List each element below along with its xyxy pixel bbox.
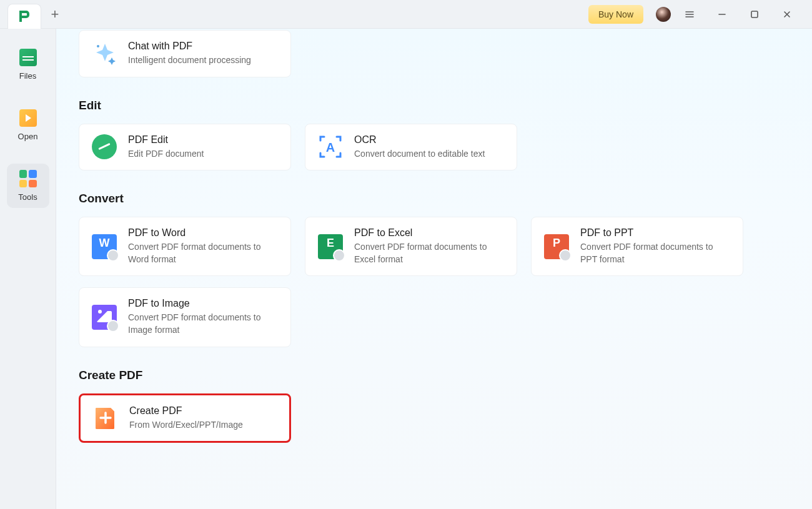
card-title: PDF to PPT	[580, 227, 730, 239]
card-title: PDF to Excel	[354, 227, 504, 239]
card-subtitle: From Word/Execl/PPT/Image	[129, 419, 243, 432]
tools-icon	[19, 170, 37, 187]
card-subtitle: Intelligent document processing	[128, 54, 251, 67]
card-subtitle: Convert PDF format documents to Image fo…	[128, 312, 278, 336]
sidebar-item-label: Files	[19, 71, 36, 81]
edit-icon	[92, 134, 117, 159]
card-title: PDF Edit	[128, 134, 204, 146]
card-title: OCR	[354, 134, 485, 146]
card-pdf-to-ppt[interactable]: PDF to PPT Convert PDF format documents …	[531, 217, 743, 276]
card-title: Create PDF	[129, 405, 243, 417]
card-chat-with-pdf[interactable]: Chat with PDF Intelligent document proce…	[79, 30, 291, 77]
svg-text:A: A	[326, 141, 335, 154]
section-title-create: Create PDF	[79, 368, 790, 382]
sidebar-item-files[interactable]: Files	[7, 42, 49, 87]
app-tab[interactable]	[7, 4, 41, 29]
open-icon	[19, 109, 37, 127]
sparkle-icon	[92, 41, 117, 66]
files-icon	[19, 49, 37, 66]
avatar[interactable]	[656, 7, 671, 22]
app-logo-icon	[17, 9, 32, 24]
sidebar: Files Open Tools	[0, 29, 56, 509]
titlebar: + Buy Now	[0, 0, 812, 29]
sidebar-item-label: Open	[18, 132, 38, 141]
section-title-edit: Edit	[79, 99, 790, 112]
hamburger-menu-icon[interactable]	[676, 1, 703, 28]
card-subtitle: Convert PDF format documents to Excel fo…	[354, 241, 504, 265]
main-content: Chat with PDF Intelligent document proce…	[56, 29, 812, 509]
sidebar-item-tools[interactable]: Tools	[7, 164, 49, 208]
excel-icon	[318, 234, 343, 259]
ppt-icon	[544, 234, 569, 259]
image-icon	[92, 305, 117, 330]
minimize-button[interactable]	[708, 1, 736, 28]
card-pdf-to-excel[interactable]: PDF to Excel Convert PDF format document…	[305, 217, 517, 276]
section-title-convert: Convert	[79, 192, 790, 205]
card-subtitle: Edit PDF document	[128, 148, 204, 161]
card-subtitle: Convert PDF format documents to PPT form…	[580, 241, 730, 265]
svg-rect-0	[751, 11, 758, 17]
card-subtitle: Convert PDF format documents to Word for…	[128, 241, 278, 265]
card-title: PDF to Image	[128, 298, 278, 309]
sidebar-item-open[interactable]: Open	[7, 103, 49, 147]
buy-now-button[interactable]: Buy Now	[588, 5, 643, 24]
card-create-pdf[interactable]: Create PDF From Word/Execl/PPT/Image	[79, 393, 291, 443]
card-subtitle: Convert document to editable text	[354, 148, 485, 161]
word-icon	[92, 234, 117, 259]
svg-point-1	[97, 45, 99, 47]
ocr-icon: A	[318, 134, 343, 159]
card-title: PDF to Word	[128, 227, 278, 239]
card-pdf-to-image[interactable]: PDF to Image Convert PDF format document…	[79, 287, 291, 347]
maximize-button[interactable]	[741, 1, 768, 28]
card-title: Chat with PDF	[128, 41, 251, 52]
card-ocr[interactable]: A OCR Convert document to editable text	[305, 124, 517, 171]
close-button[interactable]	[773, 1, 801, 28]
card-pdf-to-word[interactable]: PDF to Word Convert PDF format documents…	[79, 217, 291, 276]
sidebar-item-label: Tools	[18, 192, 37, 202]
create-pdf-icon	[93, 405, 118, 430]
card-pdf-edit[interactable]: PDF Edit Edit PDF document	[79, 124, 291, 171]
new-tab-button[interactable]: +	[44, 3, 66, 26]
